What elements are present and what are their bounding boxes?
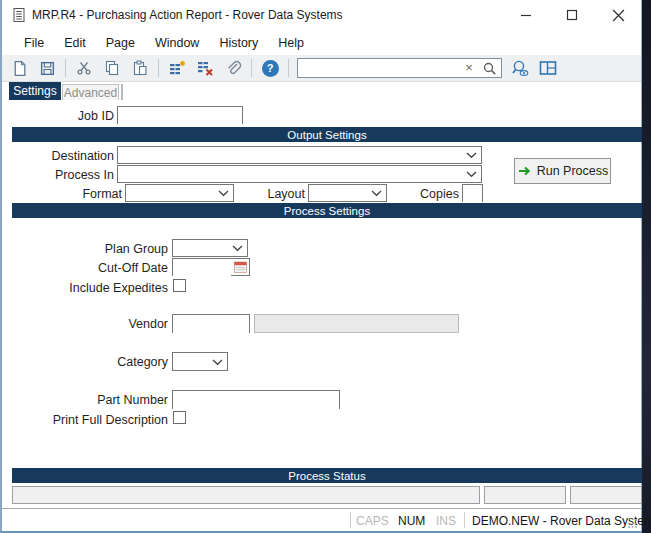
process-in-value — [118, 169, 121, 183]
menu-page[interactable]: Page — [96, 33, 145, 53]
plan-group-value — [173, 243, 176, 257]
menu-help[interactable]: Help — [268, 33, 314, 53]
account-context: DEMO.NEW - Rover Data Systems — [472, 514, 651, 528]
process-in-select[interactable] — [117, 165, 482, 183]
add-record-icon — [169, 60, 186, 76]
maximize-button[interactable] — [549, 0, 595, 30]
close-icon — [612, 9, 625, 22]
chevron-down-icon — [466, 171, 477, 178]
process-in-label: Process In — [14, 168, 114, 182]
help-button[interactable]: ? — [258, 57, 282, 79]
chevron-down-icon — [232, 245, 243, 252]
cut-button[interactable] — [72, 57, 96, 79]
minimize-icon — [520, 9, 532, 21]
app-icon — [11, 7, 27, 23]
attachment-button[interactable] — [221, 57, 245, 79]
statusbar-divider — [464, 512, 465, 528]
window-title: MRP.R4 - Purchasing Action Report - Rove… — [32, 8, 343, 22]
part-number-label: Part Number — [18, 393, 168, 407]
process-settings-title: Process Settings — [284, 205, 370, 217]
cut-icon — [76, 60, 92, 76]
calendar-icon[interactable] — [234, 261, 247, 273]
job-id-input[interactable] — [118, 109, 242, 125]
save-button[interactable] — [35, 57, 59, 79]
delete-record-button[interactable] — [193, 57, 217, 79]
vendor-field-wrap — [172, 314, 250, 333]
menu-file[interactable]: File — [14, 33, 54, 53]
job-id-field-wrap — [117, 106, 243, 124]
format-label: Format — [22, 187, 122, 201]
tab-settings[interactable]: Settings — [9, 82, 61, 100]
process-settings-header: Process Settings — [12, 203, 642, 218]
caps-lock-indicator: CAPS — [356, 514, 389, 528]
desktop-background: MRP.R4 - Purchasing Action Report - Rove… — [0, 0, 651, 533]
layout-view-button[interactable] — [536, 57, 560, 79]
destination-select[interactable] — [117, 146, 482, 164]
run-process-button[interactable]: Run Process — [514, 158, 611, 184]
chevron-down-icon — [212, 359, 223, 366]
resize-grip[interactable] — [627, 518, 638, 529]
layout-label: Layout — [205, 187, 305, 201]
plan-group-select[interactable] — [172, 239, 248, 257]
toolbar-separator — [158, 59, 159, 77]
cutoff-date-field-wrap — [172, 258, 250, 276]
close-button[interactable] — [595, 0, 641, 30]
cutoff-date-input[interactable] — [173, 261, 231, 277]
statusbar-divider — [350, 512, 351, 528]
category-select[interactable] — [172, 352, 228, 371]
tab-advanced[interactable]: Advanced — [62, 84, 119, 100]
job-id-label: Job ID — [14, 109, 114, 123]
layout-value — [309, 188, 312, 202]
part-number-input[interactable] — [173, 393, 339, 410]
category-label: Category — [18, 355, 168, 369]
process-status-cell-2 — [484, 486, 566, 504]
vendor-description-field — [254, 314, 459, 333]
print-full-description-label: Print Full Description — [18, 413, 168, 427]
save-icon — [39, 60, 56, 77]
tab-strip-edge — [121, 84, 123, 100]
add-record-button[interactable] — [165, 57, 189, 79]
copy-button[interactable] — [100, 57, 124, 79]
title-bar: MRP.R4 - Purchasing Action Report - Rove… — [2, 0, 641, 30]
include-expedites-label: Include Expedites — [18, 281, 168, 295]
run-arrow-icon — [517, 164, 531, 178]
process-status-cell-main — [12, 486, 480, 504]
copies-input[interactable] — [463, 187, 482, 203]
destination-label: Destination — [14, 149, 114, 163]
output-settings-header: Output Settings — [12, 127, 642, 142]
toolbar-separator — [251, 59, 252, 77]
search-icon[interactable] — [482, 61, 498, 77]
toolbar: ? × — [2, 55, 641, 82]
vendor-input[interactable] — [173, 317, 249, 334]
cutoff-date-label: Cut-Off Date — [18, 261, 168, 275]
new-document-button[interactable] — [7, 57, 31, 79]
plan-group-label: Plan Group — [18, 242, 168, 256]
menu-history[interactable]: History — [209, 33, 268, 53]
destination-value — [118, 150, 121, 164]
copies-label: Copies — [359, 187, 459, 201]
delete-record-icon — [197, 60, 214, 76]
status-bar: CAPS NUM INS DEMO.NEW - Rover Data Syste… — [2, 508, 641, 531]
search-input[interactable] — [300, 59, 460, 77]
minimize-button[interactable] — [503, 0, 549, 30]
print-full-description-checkbox[interactable] — [173, 411, 186, 424]
help-icon: ? — [262, 60, 279, 77]
record-lookup-icon — [511, 60, 529, 77]
new-document-icon — [11, 60, 28, 77]
part-number-field-wrap — [172, 390, 340, 409]
toolbar-separator — [65, 59, 66, 77]
run-process-label: Run Process — [537, 164, 609, 178]
include-expedites-checkbox[interactable] — [173, 279, 186, 292]
record-lookup-button[interactable] — [508, 57, 532, 79]
chevron-down-icon — [466, 152, 477, 159]
paste-button[interactable] — [128, 57, 152, 79]
menu-bar: File Edit Page Window History Help — [2, 30, 641, 55]
menu-edit[interactable]: Edit — [54, 33, 96, 53]
attachment-icon — [224, 60, 242, 76]
process-status-title: Process Status — [288, 470, 365, 482]
output-settings-title: Output Settings — [287, 129, 366, 141]
insert-mode-indicator: INS — [436, 514, 456, 528]
menu-window[interactable]: Window — [145, 33, 209, 53]
num-lock-indicator: NUM — [398, 514, 425, 528]
clear-search-icon[interactable]: × — [461, 60, 477, 76]
